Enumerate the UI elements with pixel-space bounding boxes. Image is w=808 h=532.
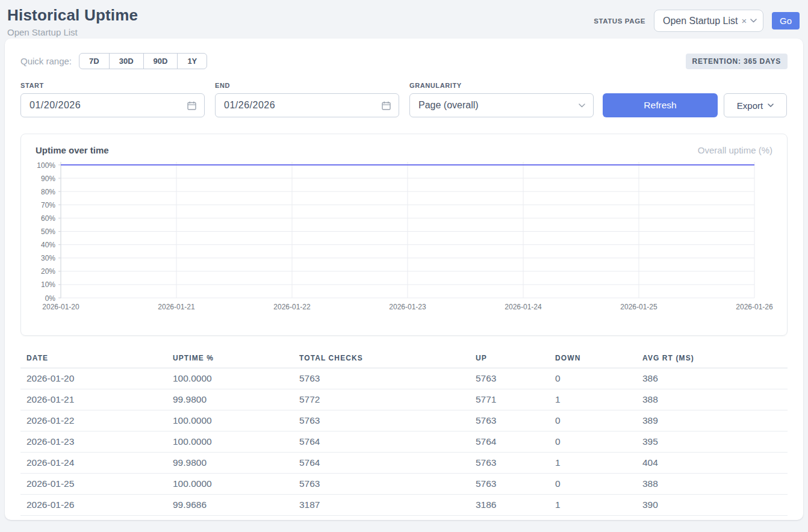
- table-cell: 99.9686: [167, 495, 293, 516]
- table-cell: 5763: [470, 410, 549, 431]
- table-cell: 5771: [470, 389, 549, 410]
- quick-range-30d[interactable]: 30D: [109, 53, 144, 69]
- quick-range-1y[interactable]: 1Y: [177, 53, 207, 69]
- svg-text:2026-01-21: 2026-01-21: [158, 303, 195, 311]
- table-cell: 5764: [293, 453, 470, 474]
- table-cell: 100.0000: [167, 431, 293, 453]
- granularity-value: Page (overall): [418, 100, 479, 111]
- table-cell: 99.9800: [167, 453, 293, 474]
- svg-text:2026-01-23: 2026-01-23: [389, 303, 426, 311]
- table-cell: 3186: [470, 495, 549, 516]
- uptime-table: DATEUPTIME %TOTAL CHECKSUPDOWNAVG RT (MS…: [20, 349, 788, 516]
- table-cell: 3187: [293, 495, 470, 516]
- table-row: 2026-01-20100.0000576357630386: [20, 368, 788, 389]
- table-cell: 1: [549, 389, 636, 410]
- svg-text:70%: 70%: [41, 201, 55, 209]
- svg-text:90%: 90%: [41, 175, 55, 183]
- svg-text:2026-01-20: 2026-01-20: [42, 303, 79, 311]
- table-cell: 2026-01-25: [20, 474, 167, 495]
- column-header: AVG RT (MS): [636, 349, 788, 368]
- chevron-down-icon: [579, 104, 585, 108]
- chevron-down-icon: [750, 19, 757, 23]
- table-cell: 5763: [293, 474, 470, 495]
- chevron-down-icon: [768, 104, 774, 107]
- end-date-field-block: END 01/26/2026: [215, 82, 399, 117]
- end-date-input[interactable]: 01/26/2026: [215, 93, 399, 117]
- column-header: DOWN: [549, 349, 636, 368]
- status-page-label: STATUS PAGE: [594, 17, 645, 25]
- uptime-chart-card: Uptime over time Overall uptime (%) 0%10…: [20, 134, 788, 336]
- table-cell: 1: [549, 453, 636, 474]
- svg-text:2026-01-25: 2026-01-25: [620, 303, 657, 311]
- svg-text:80%: 80%: [41, 188, 55, 196]
- quick-range-buttons: 7D30D90D1Y: [79, 53, 207, 69]
- page-header: Historical Uptime Open Startup List STAT…: [0, 0, 808, 39]
- table-cell: 5763: [470, 453, 549, 474]
- table-cell: 2026-01-24: [20, 453, 167, 474]
- uptime-line-chart: 0%10%20%30%40%50%60%70%80%90%100%2026-01…: [33, 159, 775, 317]
- title-block: Historical Uptime Open Startup List: [7, 6, 138, 37]
- page-subtitle: Open Startup List: [7, 27, 138, 37]
- table-cell: 100.0000: [167, 368, 293, 389]
- table-header-row: DATEUPTIME %TOTAL CHECKSUPDOWNAVG RT (MS…: [20, 349, 788, 368]
- chart-legend: Overall uptime (%): [698, 145, 772, 155]
- svg-text:50%: 50%: [41, 227, 55, 236]
- table-cell: 5763: [470, 474, 549, 495]
- svg-text:30%: 30%: [41, 254, 55, 262]
- main-card: Quick range: 7D30D90D1Y RETENTION: 365 D…: [5, 39, 803, 520]
- header-right: STATUS PAGE Open Startup List × Go: [594, 10, 800, 32]
- quick-range-group: Quick range: 7D30D90D1Y: [20, 53, 207, 69]
- refresh-button[interactable]: Refresh: [603, 93, 718, 117]
- calendar-icon[interactable]: [382, 101, 391, 110]
- quick-range-7d[interactable]: 7D: [79, 53, 110, 69]
- table-row: 2026-01-22100.0000576357630389: [20, 410, 788, 431]
- svg-text:20%: 20%: [41, 267, 55, 276]
- table-cell: 2026-01-22: [20, 410, 167, 431]
- granularity-select[interactable]: Page (overall): [409, 93, 594, 117]
- table-cell: 2026-01-23: [20, 431, 167, 453]
- chart-title: Uptime over time: [36, 145, 109, 155]
- table-row: 2026-01-2699.9686318731861390: [20, 495, 788, 516]
- export-label: Export: [737, 101, 763, 111]
- table-cell: 390: [636, 495, 788, 516]
- granularity-label: GRANULARITY: [409, 82, 594, 89]
- table-cell: 5763: [293, 410, 470, 431]
- table-cell: 1: [549, 495, 636, 516]
- start-label: START: [20, 82, 205, 89]
- page-title: Historical Uptime: [7, 6, 138, 25]
- table-cell: 100.0000: [167, 410, 293, 431]
- quick-range-90d[interactable]: 90D: [143, 53, 178, 69]
- svg-text:100%: 100%: [37, 161, 55, 170]
- table-cell: 5764: [470, 431, 549, 453]
- table-cell: 388: [636, 389, 788, 410]
- calendar-icon[interactable]: [187, 101, 196, 110]
- table-cell: 5763: [470, 368, 549, 389]
- clear-icon[interactable]: ×: [742, 16, 747, 25]
- quick-range-label: Quick range:: [20, 56, 72, 66]
- table-cell: 0: [549, 410, 636, 431]
- table-cell: 404: [636, 453, 788, 474]
- svg-text:60%: 60%: [41, 214, 55, 223]
- table-cell: 2026-01-26: [20, 495, 167, 516]
- table-cell: 388: [636, 474, 788, 495]
- table-row: 2026-01-25100.0000576357630388: [20, 474, 788, 495]
- table-cell: 0: [549, 474, 636, 495]
- table-cell: 100.0000: [167, 474, 293, 495]
- start-date-input[interactable]: 01/20/2026: [20, 93, 205, 117]
- table-cell: 5763: [293, 368, 470, 389]
- table-cell: 389: [636, 410, 788, 431]
- end-date-value: 01/26/2026: [224, 100, 275, 111]
- table-row: 2026-01-2199.9800577257711388: [20, 389, 788, 410]
- column-header: UPTIME %: [167, 349, 293, 368]
- table-cell: 99.9800: [167, 389, 293, 410]
- status-page-select[interactable]: Open Startup List ×: [654, 10, 763, 32]
- column-header: DATE: [20, 349, 167, 368]
- go-button[interactable]: Go: [772, 12, 800, 29]
- svg-text:2026-01-24: 2026-01-24: [505, 303, 542, 311]
- svg-text:0%: 0%: [45, 294, 56, 303]
- table-cell: 0: [549, 368, 636, 389]
- table-cell: 5764: [293, 431, 470, 453]
- export-button[interactable]: Export: [724, 93, 787, 117]
- svg-text:10%: 10%: [41, 280, 55, 289]
- table-cell: 0: [549, 431, 636, 453]
